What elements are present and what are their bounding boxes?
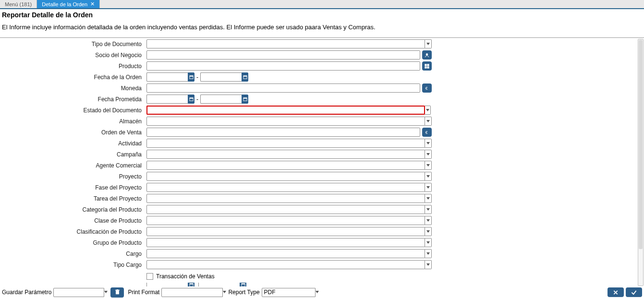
calendar-button-fecha-prometida-to[interactable] bbox=[242, 95, 248, 104]
calendar-button-fecha-orden-to[interactable] bbox=[242, 72, 248, 82]
calendar-button-hidden-to[interactable] bbox=[240, 283, 246, 286]
dropdown-button-report-type[interactable] bbox=[316, 288, 319, 297]
calendar-button-hidden-from[interactable] bbox=[188, 283, 194, 286]
input-fecha-orden-from[interactable] bbox=[146, 72, 188, 82]
label-fase-proyecto: Fase del Proyecto bbox=[0, 184, 146, 191]
delete-parameter-button[interactable] bbox=[110, 287, 124, 298]
lookup-producto-button[interactable] bbox=[422, 61, 432, 71]
label-tarea-proyecto: Tarea del Proyecto bbox=[0, 195, 146, 202]
cancel-button[interactable] bbox=[608, 287, 624, 297]
input-report-type[interactable] bbox=[262, 288, 316, 297]
input-partial-hidden-from[interactable] bbox=[146, 283, 188, 286]
dropdown-button-categoria-producto[interactable] bbox=[425, 205, 432, 214]
date-separator: - bbox=[194, 74, 200, 81]
label-fecha-prometida: Fecha Prometida bbox=[0, 96, 146, 103]
svg-rect-33 bbox=[241, 283, 244, 284]
label-producto: Producto bbox=[0, 63, 146, 70]
dropdown-button-almacen[interactable] bbox=[425, 117, 432, 126]
input-partial-hidden-to[interactable] bbox=[198, 283, 240, 286]
input-cargo[interactable] bbox=[146, 249, 425, 258]
svg-text:€: € bbox=[425, 130, 428, 135]
date-separator-2: - bbox=[194, 96, 200, 103]
svg-marker-29 bbox=[426, 263, 430, 266]
tab-bar: Menú (181) Detalle de la Orden ✕ bbox=[0, 0, 644, 9]
input-tipo-documento[interactable] bbox=[146, 39, 425, 48]
input-campana[interactable] bbox=[146, 150, 425, 159]
input-clase-producto[interactable] bbox=[146, 216, 425, 225]
dropdown-button-actividad[interactable] bbox=[425, 139, 432, 148]
input-grupo-producto[interactable] bbox=[146, 238, 425, 247]
calendar-button-fecha-orden-from[interactable] bbox=[188, 72, 194, 82]
label-grupo-producto: Grupo de Producto bbox=[0, 239, 146, 246]
calendar-button-fecha-prometida-from[interactable] bbox=[188, 95, 194, 104]
check-icon bbox=[631, 290, 637, 295]
dropdown-button-guardar-parametro[interactable] bbox=[104, 288, 108, 297]
label-print-format: Print Format bbox=[127, 289, 160, 296]
svg-rect-4 bbox=[425, 66, 426, 68]
tab-detalle-orden[interactable]: Detalle de la Orden ✕ bbox=[37, 0, 100, 8]
dropdown-button-agente-comercial[interactable] bbox=[425, 161, 432, 170]
lookup-moneda-button[interactable]: € bbox=[422, 83, 432, 93]
svg-rect-14 bbox=[243, 98, 246, 99]
dropdown-button-campana[interactable] bbox=[425, 150, 432, 159]
dropdown-button-proyecto[interactable] bbox=[425, 172, 432, 181]
dropdown-button-cargo[interactable] bbox=[425, 249, 432, 258]
svg-marker-24 bbox=[426, 208, 430, 211]
input-fecha-orden-to[interactable] bbox=[200, 72, 242, 82]
svg-marker-27 bbox=[426, 241, 430, 244]
label-tipo-documento: Tipo de Documento bbox=[0, 41, 146, 48]
svg-marker-38 bbox=[223, 291, 226, 293]
label-fecha-orden: Fecha de la Orden bbox=[0, 74, 146, 81]
dropdown-button-clase-producto[interactable] bbox=[425, 216, 432, 225]
dropdown-button-tarea-proyecto[interactable] bbox=[425, 194, 432, 203]
scrollbar-thumb[interactable] bbox=[639, 40, 643, 249]
calendar-icon bbox=[189, 75, 194, 79]
svg-marker-15 bbox=[426, 109, 429, 111]
dropdown-button-estado-documento[interactable] bbox=[424, 106, 431, 115]
combo-tipo-documento bbox=[146, 39, 432, 48]
dropdown-button-tipo-cargo[interactable] bbox=[425, 260, 432, 269]
input-fecha-prometida-to[interactable] bbox=[200, 95, 242, 104]
label-proyecto: Proyecto bbox=[0, 173, 146, 180]
input-actividad[interactable] bbox=[146, 139, 425, 148]
tab-menu[interactable]: Menú (181) bbox=[0, 0, 37, 8]
input-clasificacion-producto[interactable] bbox=[146, 227, 425, 236]
svg-marker-25 bbox=[426, 219, 430, 222]
dropdown-button-tipo-documento[interactable] bbox=[425, 39, 432, 48]
label-agente-comercial: Agente Comercial bbox=[0, 162, 146, 169]
close-icon[interactable]: ✕ bbox=[90, 1, 95, 7]
input-moneda[interactable] bbox=[146, 83, 420, 93]
input-categoria-producto[interactable] bbox=[146, 205, 425, 214]
lookup-socio-negocio-button[interactable] bbox=[422, 50, 432, 60]
input-fase-proyecto[interactable] bbox=[146, 183, 425, 192]
svg-point-1 bbox=[426, 53, 428, 55]
vertical-scrollbar[interactable] bbox=[638, 39, 644, 286]
svg-rect-7 bbox=[189, 76, 193, 77]
input-fecha-prometida-from[interactable] bbox=[146, 95, 188, 104]
form-scroll: Tipo de Documento Socio del Negocio Prod… bbox=[0, 38, 637, 287]
input-socio-negocio[interactable] bbox=[146, 50, 420, 60]
input-orden-venta[interactable] bbox=[146, 128, 420, 137]
dropdown-button-grupo-producto[interactable] bbox=[425, 238, 432, 247]
input-tarea-proyecto[interactable] bbox=[146, 194, 425, 203]
lookup-orden-venta-button[interactable]: € bbox=[422, 128, 432, 137]
input-print-format[interactable] bbox=[161, 288, 223, 297]
input-almacen[interactable] bbox=[146, 117, 425, 126]
checkbox-transaccion-ventas[interactable] bbox=[146, 273, 153, 280]
ok-button[interactable] bbox=[626, 287, 642, 297]
input-guardar-parametro[interactable] bbox=[53, 288, 104, 297]
calendar-icon bbox=[243, 75, 247, 79]
calendar-icon bbox=[189, 97, 194, 101]
input-estado-documento[interactable] bbox=[146, 106, 424, 115]
input-tipo-cargo[interactable] bbox=[146, 260, 425, 269]
input-proyecto[interactable] bbox=[146, 172, 425, 181]
combo-estado-documento bbox=[146, 106, 431, 115]
input-agente-comercial[interactable] bbox=[146, 161, 425, 170]
svg-text:€: € bbox=[425, 86, 428, 91]
dropdown-button-clasificacion-producto[interactable] bbox=[425, 227, 432, 236]
svg-rect-37 bbox=[117, 289, 118, 290]
dropdown-button-fase-proyecto[interactable] bbox=[425, 183, 432, 192]
dropdown-button-print-format[interactable] bbox=[223, 288, 226, 297]
input-producto[interactable] bbox=[146, 61, 420, 71]
svg-marker-19 bbox=[426, 153, 430, 155]
